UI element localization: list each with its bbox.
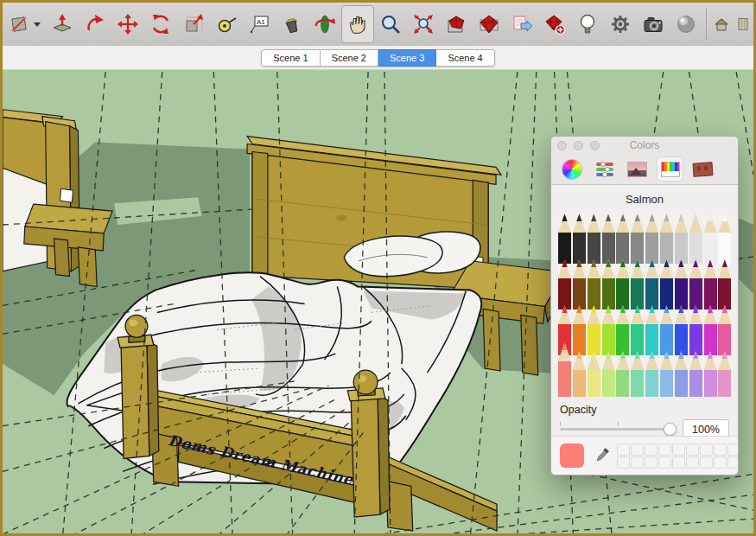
- opacity-slider[interactable]: [560, 428, 675, 431]
- pencil-swatch[interactable]: [718, 305, 731, 355]
- pencil-swatch[interactable]: [558, 342, 571, 397]
- pencil-swatch[interactable]: [689, 259, 702, 309]
- saved-swatch-cell[interactable]: [672, 443, 685, 456]
- pencil-swatch[interactable]: [631, 305, 644, 355]
- paint-bucket-tool-button[interactable]: [276, 5, 308, 43]
- pencil-swatch[interactable]: [675, 214, 688, 264]
- pencil-swatch[interactable]: [588, 214, 600, 264]
- pencil-swatch[interactable]: [573, 259, 586, 309]
- push-pull-tool-button[interactable]: [46, 5, 79, 43]
- pencil-swatch[interactable]: [675, 259, 688, 309]
- pencil-swatch[interactable]: [588, 351, 600, 397]
- saved-swatch-cell[interactable]: [700, 443, 713, 456]
- saved-swatch-cell[interactable]: [714, 456, 727, 469]
- pencil-swatch[interactable]: [602, 214, 615, 264]
- minimize-button[interactable]: [574, 141, 583, 150]
- pencil-swatch[interactable]: [602, 305, 615, 355]
- sketchup-materials-tab[interactable]: [689, 156, 716, 182]
- pencil-swatch[interactable]: [573, 351, 586, 397]
- pencil-swatch[interactable]: [689, 214, 702, 264]
- component-box-button[interactable]: [732, 5, 753, 43]
- export-page-button[interactable]: [505, 5, 538, 43]
- pencil-swatch[interactable]: [616, 305, 629, 355]
- pencil-swatch[interactable]: [573, 214, 586, 264]
- saved-swatch-cell[interactable]: [617, 443, 630, 456]
- image-palettes-tab[interactable]: [624, 156, 651, 182]
- pencil-swatch[interactable]: [616, 259, 629, 309]
- camera-button[interactable]: [637, 5, 670, 43]
- saved-swatch-cell[interactable]: [672, 456, 685, 469]
- pencil-swatch[interactable]: [660, 214, 673, 264]
- follow-me-tool-button[interactable]: [79, 5, 111, 43]
- pencils-tab[interactable]: [657, 156, 683, 182]
- pencil-swatch[interactable]: [631, 214, 644, 264]
- close-button[interactable]: [557, 141, 567, 150]
- pencil-swatch[interactable]: [689, 305, 702, 355]
- text-tool-button[interactable]: A1: [243, 5, 276, 43]
- pencil-swatch[interactable]: [616, 351, 629, 397]
- scale-tool-button[interactable]: [177, 5, 210, 43]
- pencil-swatch[interactable]: [675, 305, 688, 355]
- pencil-swatch[interactable]: [631, 259, 644, 309]
- pencil-swatch[interactable]: [558, 214, 571, 264]
- pan-tool-button[interactable]: [341, 5, 374, 43]
- saved-swatch-cell[interactable]: [645, 456, 658, 469]
- orbit-tool-button[interactable]: [308, 5, 341, 43]
- material-sphere-button[interactable]: [670, 5, 702, 43]
- color-sliders-tab[interactable]: [591, 156, 618, 182]
- pencil-swatch[interactable]: [660, 305, 673, 355]
- pencil-color-grid[interactable]: [558, 214, 731, 397]
- ruby-plus-button[interactable]: [538, 5, 571, 43]
- saved-swatch-cell[interactable]: [658, 443, 671, 456]
- tab-scene-1[interactable]: Scene 1: [261, 49, 320, 67]
- saved-swatch-cell[interactable]: [714, 443, 727, 456]
- tape-measure-tool-button[interactable]: [210, 5, 243, 43]
- pencil-swatch[interactable]: [616, 214, 629, 264]
- pencil-swatch[interactable]: [718, 259, 731, 309]
- pencil-swatch[interactable]: [704, 305, 717, 355]
- extension-box-button[interactable]: [440, 5, 473, 43]
- pencil-swatch[interactable]: [602, 259, 615, 309]
- pencil-swatch[interactable]: [645, 305, 658, 355]
- pencil-swatch[interactable]: [573, 305, 586, 355]
- house-button[interactable]: [710, 5, 732, 43]
- pencil-swatch[interactable]: [631, 351, 644, 397]
- colors-panel-titlebar[interactable]: Colors: [551, 137, 738, 154]
- extension-gem-button[interactable]: [473, 5, 505, 43]
- pencil-swatch[interactable]: [704, 259, 717, 309]
- color-wheel-tab[interactable]: [558, 156, 585, 182]
- zoom-window-button[interactable]: [590, 141, 600, 150]
- pencil-swatch[interactable]: [588, 259, 600, 309]
- pencil-swatch[interactable]: [645, 351, 658, 397]
- tab-scene-2[interactable]: Scene 2: [321, 49, 378, 67]
- pencil-swatch[interactable]: [689, 351, 702, 397]
- saved-swatch-cell[interactable]: [645, 443, 658, 456]
- tab-scene-3[interactable]: Scene 3: [378, 49, 436, 67]
- saved-swatch-cell[interactable]: [700, 456, 713, 469]
- pencil-swatch[interactable]: [558, 259, 571, 309]
- pencil-swatch[interactable]: [645, 259, 658, 309]
- pencil-swatch[interactable]: [602, 351, 615, 397]
- pencil-swatch[interactable]: [718, 351, 731, 397]
- saved-swatches-grid[interactable]: [617, 443, 739, 469]
- tab-scene-4[interactable]: Scene 4: [436, 49, 494, 67]
- pencil-swatch[interactable]: [588, 305, 600, 355]
- pencil-swatch[interactable]: [660, 259, 673, 309]
- pencil-swatch[interactable]: [645, 214, 658, 264]
- opacity-slider-knob[interactable]: [664, 423, 677, 436]
- rotate-tool-button[interactable]: [144, 5, 177, 43]
- zoom-extents-tool-button[interactable]: [407, 5, 440, 43]
- saved-swatch-cell[interactable]: [631, 456, 644, 469]
- saved-swatch-cell[interactable]: [658, 456, 671, 469]
- saved-swatch-cell[interactable]: [727, 443, 739, 456]
- light-bulb-button[interactable]: [571, 5, 604, 43]
- saved-swatch-cell[interactable]: [686, 443, 699, 456]
- current-color-swatch[interactable]: [560, 443, 584, 468]
- shape-tool-button[interactable]: [4, 5, 46, 43]
- pencil-swatch[interactable]: [704, 214, 717, 264]
- saved-swatch-cell[interactable]: [631, 443, 644, 456]
- saved-swatch-cell[interactable]: [617, 456, 630, 469]
- saved-swatch-cell[interactable]: [727, 456, 739, 469]
- saved-swatch-cell[interactable]: [686, 456, 699, 469]
- move-tool-button[interactable]: [111, 5, 144, 43]
